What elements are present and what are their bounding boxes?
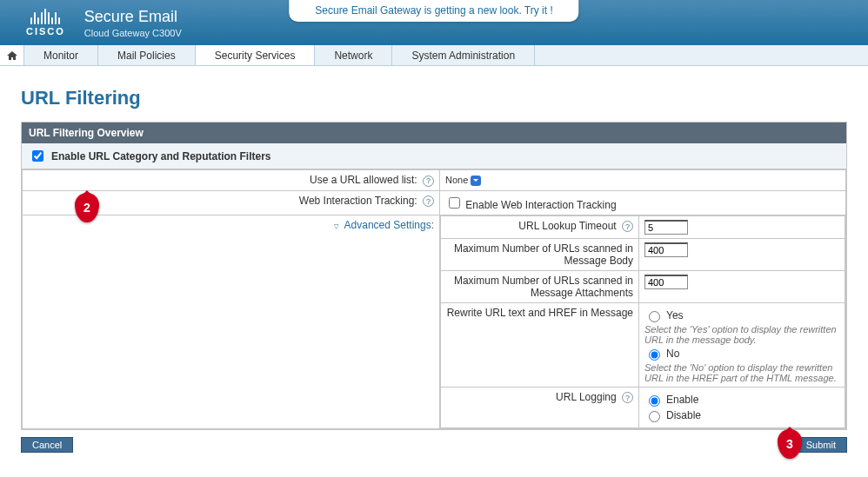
page-title: URL Filtering	[21, 87, 847, 109]
allowed-list-select[interactable]: None	[445, 175, 481, 185]
disclosure-icon[interactable]: ▽	[334, 223, 338, 229]
enable-url-filter-label: Enable URL Category and Reputation Filte…	[51, 150, 270, 162]
rewrite-no-hint: Select the 'No' option to display the re…	[644, 362, 839, 383]
overview-panel: URL Filtering Overview Enable URL Catego…	[21, 122, 847, 430]
home-tab[interactable]	[0, 45, 24, 65]
rewrite-yes-label: Yes	[666, 309, 684, 321]
lookup-timeout-label: URL Lookup Timeout	[518, 220, 616, 232]
max-urls-body-label: Maximum Number of URLs scanned in Messag…	[454, 242, 633, 267]
advanced-settings-toggle[interactable]: Advanced Settings:	[344, 219, 434, 231]
nav-monitor[interactable]: Monitor	[24, 45, 98, 65]
max-urls-attach-label: Maximum Number of URLs scanned in Messag…	[454, 275, 633, 299]
rewrite-no-radio[interactable]	[649, 349, 660, 361]
rewrite-no-label: No	[666, 348, 679, 360]
product-title: Secure Email	[84, 8, 182, 26]
enable-url-filter-checkbox[interactable]	[32, 150, 43, 162]
chevron-down-icon	[471, 176, 481, 186]
nav-system-admin[interactable]: System Administration	[392, 45, 535, 65]
help-icon[interactable]: ?	[622, 221, 633, 232]
home-icon	[6, 50, 18, 61]
help-icon[interactable]: ?	[622, 392, 633, 403]
logging-enable-label: Enable	[666, 394, 698, 406]
brand-word: CISCO	[26, 26, 65, 36]
nav-security-services[interactable]: Security Services	[196, 45, 316, 65]
max-urls-attach-input[interactable]	[644, 275, 688, 289]
product-subtitle: Cloud Gateway C300V	[84, 28, 182, 38]
panel-header: URL Filtering Overview	[22, 123, 846, 143]
web-tracking-cb-label: Enable Web Interaction Tracking	[465, 199, 616, 211]
web-tracking-checkbox[interactable]	[449, 197, 460, 209]
allowed-list-label: Use a URL allowed list:	[310, 174, 417, 186]
rewrite-yes-radio[interactable]	[649, 311, 660, 322]
max-urls-body-input[interactable]	[644, 242, 688, 257]
help-icon[interactable]: ?	[423, 176, 434, 187]
cisco-logo: CISCO	[26, 9, 65, 36]
lookup-timeout-input[interactable]	[644, 220, 688, 235]
nav-network[interactable]: Network	[315, 45, 392, 65]
rewrite-yes-hint: Select the 'Yes' option to display the r…	[644, 324, 839, 345]
submit-button[interactable]: Submit	[795, 437, 847, 453]
logging-disable-radio[interactable]	[649, 411, 660, 422]
rewrite-url-label: Rewrite URL text and HREF in Message	[447, 307, 633, 319]
help-icon[interactable]: ?	[423, 195, 434, 207]
promo-banner[interactable]: Secure Email Gateway is getting a new lo…	[289, 0, 578, 22]
logging-disable-label: Disable	[666, 409, 701, 421]
allowed-list-value: None	[445, 175, 468, 185]
nav-mail-policies[interactable]: Mail Policies	[98, 45, 196, 65]
cancel-button[interactable]: Cancel	[21, 437, 73, 453]
logging-enable-radio[interactable]	[649, 395, 660, 407]
url-logging-label: URL Logging	[556, 391, 617, 403]
main-nav: Monitor Mail Policies Security Services …	[0, 45, 868, 66]
web-tracking-label: Web Interaction Tracking:	[299, 195, 417, 207]
